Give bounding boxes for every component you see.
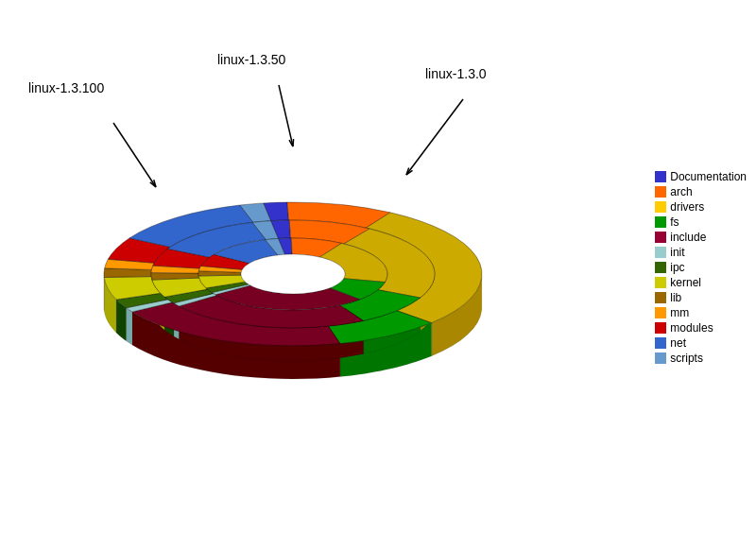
legend-color-lib: [655, 292, 666, 303]
legend-color-drivers: [655, 201, 666, 213]
legend-item-mm: mm: [655, 306, 747, 319]
legend-label: init: [670, 246, 684, 259]
legend-item-drivers: drivers: [655, 200, 747, 214]
legend-item-fs: fs: [655, 215, 747, 229]
label-linux-1-3-100: linux-1.3.100: [28, 80, 104, 95]
legend-label: drivers: [670, 200, 704, 214]
legend-color-ipc: [655, 262, 666, 273]
legend-item-modules: modules: [655, 321, 747, 335]
legend-item-scripts: scripts: [655, 352, 747, 365]
legend-color-kernel: [655, 277, 666, 288]
legend-label: lib: [670, 291, 681, 304]
legend-item-lib: lib: [655, 291, 747, 304]
legend-color-mm: [655, 307, 666, 318]
label-linux-1-3-50: linux-1.3.50: [217, 52, 285, 67]
legend-color-include: [655, 232, 666, 243]
legend-label: ipc: [670, 261, 684, 274]
legend-color-scripts: [655, 352, 666, 364]
legend-label: kernel: [670, 276, 701, 289]
legend-item-arch: arch: [655, 185, 747, 198]
legend-item-init: init: [655, 246, 747, 259]
legend-item-kernel: kernel: [655, 276, 747, 289]
legend-label: fs: [670, 215, 679, 229]
chart-container: linux-1.3.100 linux-1.3.50 linux-1.3.0 D…: [0, 0, 756, 533]
legend-item-documentation: Documentation: [655, 170, 747, 183]
legend-item-include: include: [655, 231, 747, 244]
label-linux-1-3-0: linux-1.3.0: [425, 66, 487, 81]
legend-color-init: [655, 247, 666, 258]
legend-item-ipc: ipc: [655, 261, 747, 274]
legend-color-net: [655, 337, 666, 349]
legend-label: scripts: [670, 352, 703, 365]
legend-color-fs: [655, 216, 666, 228]
legend-color-documentation: [655, 171, 666, 182]
legend-color-arch: [655, 186, 666, 198]
legend-label: net: [670, 336, 686, 350]
legend-label: include: [670, 231, 706, 244]
legend-color-modules: [655, 322, 666, 334]
legend-label: modules: [670, 321, 713, 335]
legend-label: arch: [670, 185, 692, 198]
legend-item-net: net: [655, 336, 747, 350]
legend-label: mm: [670, 306, 689, 319]
legend-label: Documentation: [670, 170, 747, 183]
chart-legend: Documentationarchdriversfsincludeinitipc…: [655, 170, 747, 365]
